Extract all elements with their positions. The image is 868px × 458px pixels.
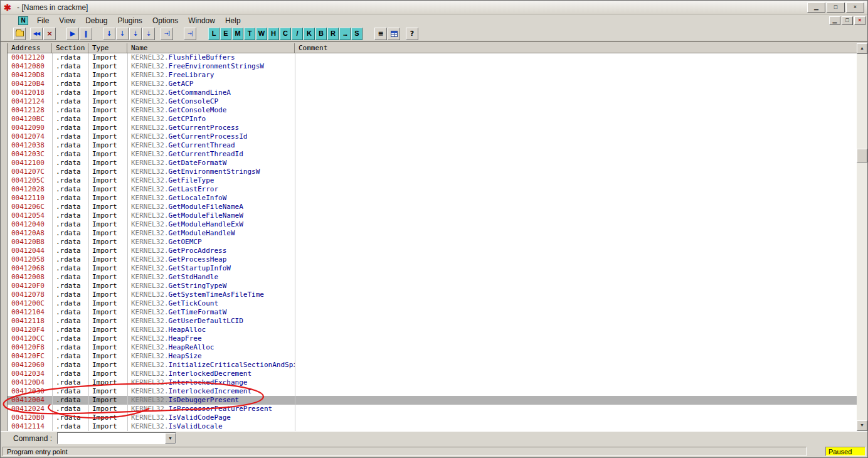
help-button[interactable]: ? bbox=[406, 28, 418, 40]
names-window-icon[interactable]: N bbox=[18, 16, 28, 25]
animate-into-button[interactable]: ⇣ bbox=[129, 28, 142, 40]
table-row[interactable]: 004120B4.rdataImportKERNEL32.GetACP bbox=[8, 80, 857, 88]
open-file-button[interactable] bbox=[13, 28, 26, 40]
view-threads-button[interactable]: T bbox=[244, 28, 255, 40]
table-row[interactable]: 00412030.rdataImportKERNEL32.Interlocked… bbox=[8, 387, 857, 396]
scrollbar-thumb[interactable] bbox=[857, 149, 867, 162]
table-row[interactable]: 00412068.rdataImportKERNEL32.GetStartupI… bbox=[8, 264, 857, 273]
table-row[interactable]: 0041207C.rdataImportKERNEL32.GetEnvironm… bbox=[8, 168, 857, 176]
close-button[interactable]: × bbox=[846, 3, 864, 13]
minimize-button[interactable]: ▁ bbox=[807, 3, 825, 13]
table-row[interactable]: 004120CC.rdataImportKERNEL32.HeapFree bbox=[8, 334, 857, 343]
table-row[interactable]: 00412060.rdataImportKERNEL32.InitializeC… bbox=[8, 361, 857, 370]
view-source-button[interactable]: S bbox=[351, 28, 363, 40]
table-row[interactable]: 00412120.rdataImportKERNEL32.FlushFileBu… bbox=[8, 53, 857, 62]
command-combobox[interactable]: ▼ bbox=[57, 432, 176, 444]
scroll-up-arrow-icon[interactable]: ▲ bbox=[857, 43, 867, 54]
ollydbg-window: ✱ - [Names in crackme] ▁ □ × N FileViewD… bbox=[0, 0, 868, 458]
table-row[interactable]: 00412124.rdataImportKERNEL32.GetConsoleC… bbox=[8, 97, 857, 106]
table-row[interactable]: 00412040.rdataImportKERNEL32.GetModuleHa… bbox=[8, 220, 857, 229]
table-row-selected[interactable]: 00412004.rdataImportKERNEL32.IsDebuggerP… bbox=[8, 396, 857, 405]
menu-view[interactable]: View bbox=[54, 15, 80, 26]
execute-till-return-button[interactable]: →] bbox=[161, 28, 173, 40]
menu-file[interactable]: File bbox=[32, 15, 54, 26]
view-cpu-button[interactable]: C bbox=[280, 28, 291, 40]
table-row[interactable]: 00412080.rdataImportKERNEL32.FreeEnviron… bbox=[8, 62, 857, 71]
view-references-button[interactable]: R bbox=[327, 28, 339, 40]
table-row[interactable]: 004120F8.rdataImportKERNEL32.HeapReAlloc bbox=[8, 343, 857, 352]
table-row[interactable]: 00412118.rdataImportKERNEL32.GetUserDefa… bbox=[8, 317, 857, 326]
column-header-section[interactable]: Section bbox=[52, 43, 88, 53]
table-row[interactable]: 00412074.rdataImportKERNEL32.GetCurrentP… bbox=[8, 132, 857, 141]
command-input[interactable] bbox=[59, 434, 164, 443]
menu-window[interactable]: Window bbox=[183, 15, 220, 26]
table-row[interactable]: 00412054.rdataImportKERNEL32.GetModuleFi… bbox=[8, 211, 857, 220]
view-handles-button[interactable]: H bbox=[268, 28, 279, 40]
view-breakpoints-button[interactable]: B bbox=[315, 28, 327, 40]
table-row[interactable]: 004120B0.rdataImportKERNEL32.IsValidCode… bbox=[8, 413, 857, 422]
dropdown-arrow-icon[interactable]: ▼ bbox=[165, 433, 176, 444]
table-row[interactable]: 00412128.rdataImportKERNEL32.GetConsoleM… bbox=[8, 106, 857, 115]
table-row[interactable]: 00412018.rdataImportKERNEL32.GetCommandL… bbox=[8, 88, 857, 97]
vertical-scrollbar[interactable]: ▲ ▼ bbox=[857, 43, 867, 431]
appearance-button[interactable] bbox=[388, 28, 400, 40]
menu-plugins[interactable]: Plugins bbox=[113, 15, 147, 26]
table-row[interactable]: 00412028.rdataImportKERNEL32.GetLastErro… bbox=[8, 185, 857, 194]
mdi-minimize-button[interactable]: ▁ bbox=[829, 16, 840, 25]
table-row[interactable]: 00412058.rdataImportKERNEL32.GetProcessH… bbox=[8, 255, 857, 264]
table-row[interactable]: 00412090.rdataImportKERNEL32.GetCurrentP… bbox=[8, 124, 857, 132]
table-row[interactable]: 00412034.rdataImportKERNEL32.Interlocked… bbox=[8, 370, 857, 378]
pause-button[interactable]: ‖ bbox=[80, 28, 92, 40]
table-row[interactable]: 0041205C.rdataImportKERNEL32.GetFileType bbox=[8, 176, 857, 185]
mdi-restore-button[interactable]: □ bbox=[842, 16, 853, 25]
table-row[interactable]: 00412008.rdataImportKERNEL32.GetStdHandl… bbox=[8, 273, 857, 282]
column-header-type[interactable]: Type bbox=[88, 43, 127, 53]
restart-button[interactable]: ◀◀ bbox=[30, 28, 43, 40]
view-patches-button[interactable]: / bbox=[292, 28, 303, 40]
view-call-stack-button[interactable]: K bbox=[304, 28, 315, 40]
run-button[interactable]: ▶ bbox=[66, 28, 79, 40]
view-memory-button[interactable]: M bbox=[232, 28, 243, 40]
table-row[interactable]: 00412038.rdataImportKERNEL32.GetCurrentT… bbox=[8, 141, 857, 150]
go-to-address-button[interactable]: →| bbox=[184, 28, 196, 40]
table-row[interactable]: 004120B8.rdataImportKERNEL32.GetOEMCP bbox=[8, 238, 857, 247]
table-row[interactable]: 004120F0.rdataImportKERNEL32.GetStringTy… bbox=[8, 282, 857, 290]
table-row[interactable]: 00412044.rdataImportKERNEL32.GetProcAddr… bbox=[8, 247, 857, 255]
debugging-options-button[interactable]: ≡ bbox=[374, 28, 387, 40]
table-row[interactable]: 00412104.rdataImportKERNEL32.GetTimeForm… bbox=[8, 308, 857, 317]
close-program-button[interactable]: × bbox=[43, 28, 56, 40]
table-row[interactable]: 004120D8.rdataImportKERNEL32.FreeLibrary bbox=[8, 71, 857, 80]
column-header-comment[interactable]: Comment bbox=[295, 43, 857, 53]
table-row[interactable]: 004120BC.rdataImportKERNEL32.GetCPInfo bbox=[8, 115, 857, 124]
comment-cell bbox=[295, 422, 857, 431]
step-into-button[interactable]: ↓ bbox=[103, 28, 115, 40]
table-row[interactable]: 0041203C.rdataImportKERNEL32.GetCurrentT… bbox=[8, 150, 857, 159]
column-header-address[interactable]: Address bbox=[8, 43, 52, 53]
table-row[interactable]: 004120D4.rdataImportKERNEL32.Interlocked… bbox=[8, 378, 857, 387]
table-row[interactable]: 004120FC.rdataImportKERNEL32.HeapSize bbox=[8, 352, 857, 361]
table-row[interactable]: 00412100.rdataImportKERNEL32.GetDateForm… bbox=[8, 159, 857, 168]
view-windows-button[interactable]: W bbox=[256, 28, 267, 40]
view-executables-button[interactable]: E bbox=[220, 28, 231, 40]
animate-over-button[interactable]: ⇣ bbox=[142, 28, 155, 40]
table-row[interactable]: 00412024.rdataImportKERNEL32.IsProcessor… bbox=[8, 405, 857, 413]
comment-cell bbox=[295, 282, 857, 290]
table-row[interactable]: 004120F4.rdataImportKERNEL32.HeapAlloc bbox=[8, 326, 857, 334]
maximize-button[interactable]: □ bbox=[827, 3, 845, 13]
view-log-button[interactable]: L bbox=[208, 28, 220, 40]
menu-options[interactable]: Options bbox=[147, 15, 183, 26]
table-row[interactable]: 00412110.rdataImportKERNEL32.GetLocaleIn… bbox=[8, 194, 857, 203]
menu-help[interactable]: Help bbox=[220, 15, 246, 26]
step-over-button[interactable]: ↓ bbox=[116, 28, 129, 40]
menu-debug[interactable]: Debug bbox=[80, 15, 112, 26]
table-row[interactable]: 0041206C.rdataImportKERNEL32.GetModuleFi… bbox=[8, 203, 857, 211]
column-header-name[interactable]: Name bbox=[127, 43, 295, 53]
view-run-trace-button[interactable]: ... bbox=[339, 28, 351, 40]
table-row[interactable]: 00412078.rdataImportKERNEL32.GetSystemTi… bbox=[8, 290, 857, 299]
scroll-down-arrow-icon[interactable]: ▼ bbox=[857, 420, 867, 431]
table-row[interactable]: 004120A8.rdataImportKERNEL32.GetModuleHa… bbox=[8, 229, 857, 238]
table-row[interactable]: 0041200C.rdataImportKERNEL32.GetTickCoun… bbox=[8, 299, 857, 308]
mdi-close-button[interactable]: × bbox=[854, 16, 865, 25]
comment-cell bbox=[295, 317, 857, 326]
table-row[interactable]: 00412114.rdataImportKERNEL32.IsValidLoca… bbox=[8, 422, 857, 431]
